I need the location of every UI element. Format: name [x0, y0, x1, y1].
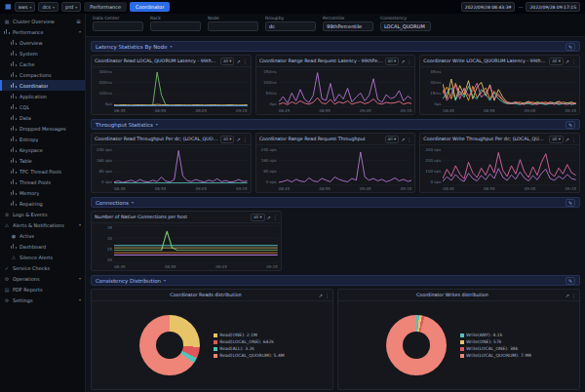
edit-section-button[interactable]: ✎: [566, 43, 575, 51]
time-range-start[interactable]: 2022/09/28 08:43:39: [461, 2, 516, 12]
section-header-throughput-statistics[interactable]: Throughput Statistics▾✎: [91, 119, 580, 130]
legend-item[interactable]: Write(ONE): 57k: [460, 339, 531, 344]
sidebar-item-tpc-thread-pools[interactable]: TPC Thread Pools: [0, 166, 85, 176]
sidebar-item-logs-events[interactable]: ≣Logs & Events: [0, 209, 85, 219]
doc-icon: ▤: [4, 287, 10, 293]
filter-input-percentile[interactable]: 99thPercentile: [323, 21, 373, 31]
line-chart-canvas[interactable]: [443, 69, 576, 107]
section-header-connections[interactable]: Connections▾✎: [91, 197, 580, 208]
sidebar-item-silence-alerts[interactable]: ⚠Silence Alerts: [0, 252, 85, 262]
line-chart-canvas[interactable]: [114, 69, 248, 107]
series-filter-dropdown[interactable]: all ▾: [385, 136, 400, 143]
tab-coordinator[interactable]: Coordinator: [130, 2, 170, 12]
chart-menu-icon[interactable]: ⋮: [407, 59, 411, 64]
expand-icon[interactable]: ↗: [566, 293, 569, 298]
sidebar-item-repairing[interactable]: Repairing: [0, 198, 85, 209]
sidebar-item-cql[interactable]: CQL: [0, 101, 85, 112]
series-filter-dropdown[interactable]: all ▾: [220, 136, 235, 143]
menu-icon[interactable]: ≡: [76, 18, 81, 24]
chart-menu-icon[interactable]: ⋮: [571, 59, 576, 64]
chart-menu-icon[interactable]: ⋮: [571, 137, 576, 142]
chart-icon: [11, 201, 17, 206]
sidebar-item-data[interactable]: Data: [0, 112, 85, 123]
filter-input-data-center[interactable]: [93, 21, 143, 31]
sidebar-item-label: Memory: [20, 190, 39, 196]
expand-icon[interactable]: ↗: [401, 137, 405, 142]
series-filter-dropdown[interactable]: all ▾: [220, 58, 235, 65]
sidebar-item-pdf-reports[interactable]: ▤PDF Reports: [0, 284, 85, 294]
sidebar-item-operations[interactable]: ⚙Operations▾: [0, 273, 85, 284]
chevron-down-icon: ▾: [53, 5, 55, 10]
sidebar-item-entropy[interactable]: Entropy: [0, 134, 85, 144]
legend-item[interactable]: Write(LOCAL_QUORUM): 7.9M: [460, 353, 531, 358]
expand-icon[interactable]: ↗: [401, 59, 405, 64]
sidebar-item-settings[interactable]: ⚙Settings▾: [0, 294, 85, 305]
line-chart-canvas[interactable]: [114, 147, 248, 185]
sidebar-item-active[interactable]: ●Active: [0, 230, 85, 241]
app-logo-icon[interactable]: ▦: [5, 4, 12, 11]
cluster-select-dc[interactable]: dcs ▾: [38, 2, 58, 12]
chart-menu-icon[interactable]: ⋮: [243, 59, 248, 64]
expand-icon[interactable]: ↗: [566, 137, 569, 142]
sidebar-item-service-checks[interactable]: ✓Service Checks: [0, 262, 85, 273]
legend-item[interactable]: Read(ALL): 3.2k: [214, 346, 284, 351]
edit-section-button[interactable]: ✎: [566, 277, 575, 285]
line-chart-canvas[interactable]: [279, 147, 412, 185]
sidebar-item-memory[interactable]: Memory: [0, 187, 85, 198]
section-header-consistency-distribution[interactable]: Consistency Distribution▾✎: [91, 275, 580, 286]
expand-icon[interactable]: ↗: [267, 215, 271, 220]
filter-input-consistency[interactable]: LOCAL_QUORUM: [380, 21, 431, 31]
line-chart-canvas[interactable]: [279, 69, 412, 107]
sidebar-item-dropped-messages[interactable]: Dropped Messages: [0, 123, 85, 134]
edit-section-button[interactable]: ✎: [566, 121, 575, 129]
chart-icon: [11, 51, 17, 56]
donut-chart[interactable]: [139, 315, 200, 375]
edit-section-button[interactable]: ✎: [566, 199, 575, 207]
series-filter-dropdown[interactable]: all ▾: [251, 214, 265, 221]
legend-item[interactable]: Write(ANY): 4.1k: [460, 333, 531, 337]
expand-icon[interactable]: ↗: [319, 293, 323, 298]
expand-icon[interactable]: ↗: [236, 59, 240, 64]
sidebar-item-system[interactable]: System: [0, 48, 85, 59]
sidebar-item-dashboard[interactable]: Dashboard: [0, 241, 85, 252]
legend-item[interactable]: Read(LOCAL_QUORUM): 5.4M: [214, 353, 284, 358]
legend-item[interactable]: Write(LOCAL_ONE): 38k: [460, 346, 531, 351]
chart-menu-icon[interactable]: ⋮: [407, 137, 411, 142]
sidebar-item-table[interactable]: Table: [0, 155, 85, 166]
tab-performance[interactable]: Performance: [84, 2, 127, 12]
series-filter-dropdown[interactable]: all ▾: [549, 136, 564, 143]
series-filter-dropdown[interactable]: all ▾: [549, 58, 564, 65]
filter-input-rack[interactable]: [150, 21, 201, 31]
chart-menu-icon[interactable]: ⋮: [325, 293, 330, 298]
sidebar-item-cache[interactable]: Cache: [0, 59, 85, 69]
sidebar-item-overview[interactable]: Overview: [0, 37, 85, 48]
chart-menu-icon[interactable]: ⋮: [571, 293, 576, 298]
cluster-select-org[interactable]: aws ▾: [15, 2, 36, 12]
time-range-end[interactable]: 2022/09/28 09:17:15: [526, 2, 580, 12]
sidebar-item-coordinator[interactable]: Coordinator: [0, 80, 85, 91]
sidebar-item-application[interactable]: Application: [0, 91, 85, 101]
section-header-latency-statistics-by-node[interactable]: Latency Statistics By Node▾✎: [91, 41, 580, 52]
filter-input-node[interactable]: [208, 21, 258, 31]
cluster-select-env[interactable]: prd ▾: [61, 2, 81, 12]
legend-item[interactable]: Read(LOCAL_ONE): 642k: [214, 339, 284, 344]
chart-menu-icon[interactable]: ⋮: [273, 215, 278, 220]
sidebar-item-keyspace[interactable]: Keyspace: [0, 144, 85, 155]
line-chart-canvas[interactable]: [114, 225, 278, 263]
expand-icon[interactable]: ↗: [236, 137, 240, 142]
series-filter-dropdown[interactable]: all ▾: [385, 58, 400, 65]
sidebar-item-cluster-overview[interactable]: ▦Cluster Overview≡: [0, 16, 85, 26]
sidebar-item-performance[interactable]: Performance▾: [0, 26, 85, 37]
sidebar-item-thread-pools[interactable]: Thread Pools: [0, 176, 85, 187]
sidebar-item-label: Keyspace: [20, 147, 43, 153]
line-chart-canvas[interactable]: [443, 147, 576, 185]
sidebar-item-compactions[interactable]: Compactions: [0, 69, 85, 80]
sidebar-item-alerts-notifications[interactable]: ⚠Alerts & Notifications▾: [0, 219, 85, 230]
donut-chart[interactable]: [386, 315, 447, 375]
chart-icon: [11, 244, 17, 249]
chart-menu-icon[interactable]: ⋮: [243, 137, 248, 142]
legend-item[interactable]: Read(ONE): 2.1M: [214, 333, 284, 337]
expand-icon[interactable]: ↗: [566, 59, 569, 64]
filter-input-groupby[interactable]: dc: [265, 21, 316, 31]
filter-data-center: Data Center: [93, 16, 143, 31]
